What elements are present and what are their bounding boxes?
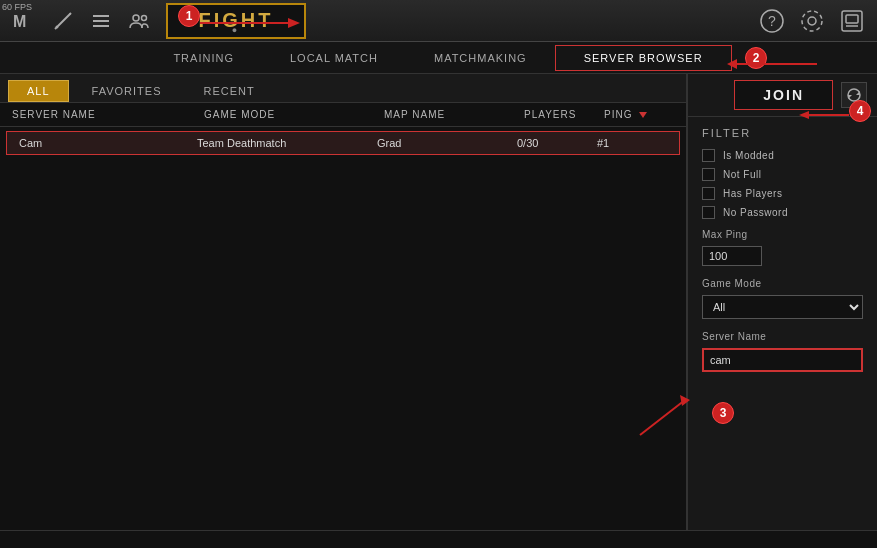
checkbox-is-modded[interactable]	[702, 149, 715, 162]
bottom-bar	[0, 530, 877, 548]
refresh-button[interactable]	[841, 82, 867, 108]
svg-point-14	[802, 11, 822, 31]
svg-marker-20	[856, 91, 860, 95]
cell-map-name: Grad	[377, 137, 517, 149]
right-panel: JOIN 4 Filter Is Modded Not Full H	[687, 74, 877, 548]
checkbox-has-players[interactable]	[702, 187, 715, 200]
tab-all[interactable]: All	[8, 80, 69, 102]
settings-icon[interactable]	[795, 4, 829, 38]
subnav-matchmaking[interactable]: Matchmaking	[406, 46, 555, 70]
filter-title: Filter	[702, 127, 863, 139]
label-is-modded: Is Modded	[723, 150, 774, 161]
server-tabs: All Favorites Recent	[0, 74, 282, 102]
svg-point-7	[133, 15, 139, 21]
nav-icon-users[interactable]	[122, 4, 156, 38]
label-not-full: Not Full	[723, 169, 761, 180]
fight-circle-icon: ●	[232, 25, 240, 35]
game-mode-label: Game Mode	[702, 278, 863, 289]
svg-rect-4	[93, 15, 109, 17]
filter-no-password: No Password	[702, 206, 863, 219]
col-server-name: Server Name	[12, 109, 204, 120]
subnav-training[interactable]: Training	[145, 46, 262, 70]
col-game-mode: Game Mode	[204, 109, 384, 120]
nav-icon-sword[interactable]	[46, 4, 80, 38]
subnav-localmatch[interactable]: Local Match	[262, 46, 406, 70]
content-area: All Favorites Recent Server Name Game Mo…	[0, 74, 877, 548]
svg-rect-6	[93, 25, 109, 27]
col-map-name: Map Name	[384, 109, 524, 120]
svg-rect-16	[846, 15, 858, 23]
profile-icon[interactable]	[835, 4, 869, 38]
server-name-label: Server Name	[702, 331, 863, 342]
cell-ping: #1	[597, 137, 667, 149]
svg-rect-15	[842, 11, 862, 31]
svg-text:?: ?	[768, 13, 776, 29]
svg-rect-5	[93, 20, 109, 22]
table-row[interactable]: Cam Team Deathmatch Grad 0/30 #1	[6, 131, 680, 155]
filter-has-players: Has Players	[702, 187, 863, 200]
svg-text:M: M	[13, 13, 26, 30]
svg-marker-21	[848, 95, 852, 99]
cell-server-name: Cam	[19, 137, 197, 149]
tab-favorites[interactable]: Favorites	[73, 80, 181, 102]
max-ping-label: Max Ping	[702, 229, 863, 240]
col-ping: Ping	[604, 109, 674, 120]
ping-sort-icon	[639, 112, 647, 118]
nav-icon-list[interactable]	[84, 4, 118, 38]
join-button[interactable]: JOIN	[734, 80, 833, 110]
label-has-players: Has Players	[723, 188, 782, 199]
filter-not-full: Not Full	[702, 168, 863, 181]
server-name-input[interactable]	[702, 348, 863, 372]
fight-button[interactable]: FIGHT ●	[166, 3, 306, 39]
filter-is-modded: Is Modded	[702, 149, 863, 162]
left-panel: All Favorites Recent Server Name Game Mo…	[0, 74, 687, 548]
top-bar: 60 FPS M 1 FIGHT ● ?	[0, 0, 877, 42]
filter-panel: Filter Is Modded Not Full Has Players No…	[688, 117, 877, 410]
label-no-password: No Password	[723, 207, 788, 218]
game-mode-select[interactable]: All Team Deathmatch Deathmatch Capture T…	[702, 295, 863, 319]
annotation-3: 3	[712, 402, 734, 424]
server-table-area: Server Name Game Mode Map Name Players P…	[0, 103, 686, 548]
top-right-icons: ?	[755, 4, 869, 38]
arrow-2	[727, 56, 817, 72]
svg-point-8	[142, 15, 147, 20]
cell-players: 0/30	[517, 137, 597, 149]
svg-point-13	[808, 17, 816, 25]
table-header: Server Name Game Mode Map Name Players P…	[0, 103, 686, 127]
help-icon[interactable]: ?	[755, 4, 789, 38]
col-players: Players	[524, 109, 604, 120]
checkbox-no-password[interactable]	[702, 206, 715, 219]
tab-recent[interactable]: Recent	[185, 80, 274, 102]
fps-counter: 60 FPS	[2, 2, 32, 12]
cell-game-mode: Team Deathmatch	[197, 137, 377, 149]
max-ping-input[interactable]	[702, 246, 762, 266]
checkbox-not-full[interactable]	[702, 168, 715, 181]
subnav-serverbrowser[interactable]: Server Browser	[555, 45, 732, 71]
join-row: JOIN	[688, 74, 877, 117]
annotation-2: 2	[745, 47, 767, 69]
sub-nav: Training Local Match Matchmaking Server …	[0, 42, 877, 74]
